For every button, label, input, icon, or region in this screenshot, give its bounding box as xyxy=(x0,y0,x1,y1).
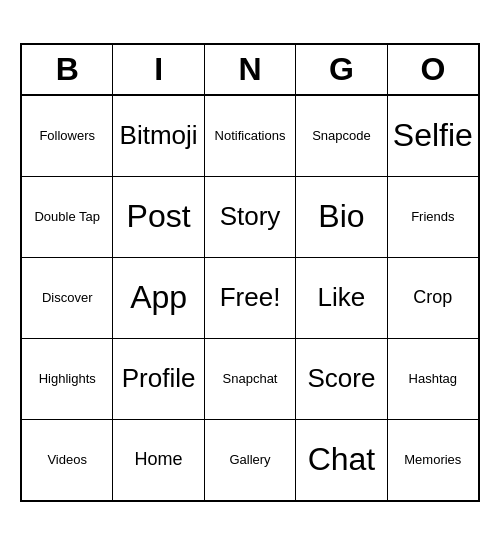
bingo-cell-3-3: Score xyxy=(296,339,387,419)
bingo-cell-2-4: Crop xyxy=(388,258,478,338)
bingo-header: BINGO xyxy=(22,45,478,96)
bingo-card: BINGO FollowersBitmojiNotificationsSnapc… xyxy=(20,43,480,502)
header-letter: O xyxy=(388,45,478,94)
bingo-cell-1-1: Post xyxy=(113,177,204,257)
bingo-cell-4-4: Memories xyxy=(388,420,478,500)
bingo-cell-2-3: Like xyxy=(296,258,387,338)
bingo-cell-2-0: Discover xyxy=(22,258,113,338)
bingo-row: Double TapPostStoryBioFriends xyxy=(22,177,478,258)
header-letter: G xyxy=(296,45,387,94)
bingo-cell-4-0: Videos xyxy=(22,420,113,500)
bingo-cell-0-1: Bitmoji xyxy=(113,96,204,176)
bingo-cell-0-2: Notifications xyxy=(205,96,296,176)
bingo-cell-1-4: Friends xyxy=(388,177,478,257)
bingo-cell-3-2: Snapchat xyxy=(205,339,296,419)
header-letter: N xyxy=(205,45,296,94)
bingo-cell-4-1: Home xyxy=(113,420,204,500)
bingo-cell-2-1: App xyxy=(113,258,204,338)
bingo-cell-1-3: Bio xyxy=(296,177,387,257)
header-letter: B xyxy=(22,45,113,94)
bingo-row: FollowersBitmojiNotificationsSnapcodeSel… xyxy=(22,96,478,177)
bingo-cell-3-4: Hashtag xyxy=(388,339,478,419)
bingo-row: HighlightsProfileSnapchatScoreHashtag xyxy=(22,339,478,420)
header-letter: I xyxy=(113,45,204,94)
bingo-cell-0-0: Followers xyxy=(22,96,113,176)
bingo-cell-3-1: Profile xyxy=(113,339,204,419)
bingo-cell-0-4: Selfie xyxy=(388,96,478,176)
bingo-cell-0-3: Snapcode xyxy=(296,96,387,176)
bingo-cell-2-2: Free! xyxy=(205,258,296,338)
bingo-row: VideosHomeGalleryChatMemories xyxy=(22,420,478,500)
bingo-cell-1-0: Double Tap xyxy=(22,177,113,257)
bingo-cell-1-2: Story xyxy=(205,177,296,257)
bingo-row: DiscoverAppFree!LikeCrop xyxy=(22,258,478,339)
bingo-cell-3-0: Highlights xyxy=(22,339,113,419)
bingo-grid: FollowersBitmojiNotificationsSnapcodeSel… xyxy=(22,96,478,500)
bingo-cell-4-2: Gallery xyxy=(205,420,296,500)
bingo-cell-4-3: Chat xyxy=(296,420,387,500)
